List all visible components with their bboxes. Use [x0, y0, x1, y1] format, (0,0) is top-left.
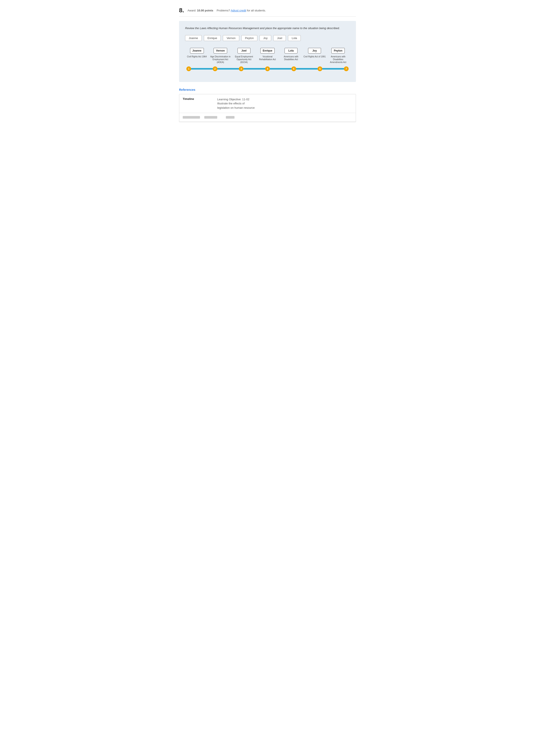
- timeline-item-2: Vernon Age Discrimination in Employment …: [209, 48, 232, 66]
- name-chip-joel[interactable]: Joel: [273, 35, 286, 41]
- blurred-text-3: [226, 116, 235, 119]
- timeline-dot-6: 6: [318, 67, 322, 71]
- timeline-name-joel[interactable]: Joel: [238, 48, 250, 53]
- timeline-items-row: Joanne Civil Rights Act 1964 Vernon Age …: [185, 48, 350, 66]
- references-section: References Timeline Learning Objective: …: [179, 88, 356, 122]
- timeline-name-lola[interactable]: Lola: [285, 48, 297, 53]
- timeline-dot-3: 3: [239, 67, 243, 71]
- for-all-students: for all students.: [247, 9, 266, 12]
- award-value: 10.00 points: [197, 9, 213, 12]
- timeline-name-enrique[interactable]: Enrique: [260, 48, 275, 53]
- timeline-item-1: Joanne Civil Rights Act 1964: [185, 48, 209, 66]
- timeline-law-5: Americans with Disabilities Act: [279, 55, 303, 64]
- award-text: Award: 10.00 points: [187, 9, 213, 12]
- timeline-bar: 1 2 3 4 5 6 7: [185, 67, 350, 71]
- award-label: Award:: [187, 9, 196, 12]
- references-table: Timeline Learning Objective: 11-02 Illus…: [179, 94, 356, 122]
- references-title: References: [179, 88, 356, 92]
- available-names-row: Joanne Enrique Vernon Peyton Joy Joel Lo…: [185, 35, 350, 41]
- timeline-name-peyton[interactable]: Peyton: [331, 48, 345, 53]
- timeline-dot-4: 4: [265, 67, 270, 71]
- references-row-blurred: [179, 113, 356, 122]
- timeline-name-joanne[interactable]: Joanne: [190, 48, 204, 53]
- name-chip-peyton[interactable]: Peyton: [241, 35, 257, 41]
- timeline-item-5: Lola Americans with Disabilities Act: [279, 48, 303, 66]
- question-box: Review the Laws Affecting Human Resource…: [179, 21, 356, 82]
- name-chip-vernon[interactable]: Vernon: [223, 35, 239, 41]
- timeline-dot-7: 7: [344, 67, 349, 71]
- name-chip-joy[interactable]: Joy: [260, 35, 271, 41]
- timeline-law-4: Vocational Rehabilitation Act: [256, 55, 279, 64]
- timeline-law-2: Age Discrimination in Employment Act (AD…: [209, 55, 232, 64]
- timeline-law-1: Civil Rights Act 1964: [186, 55, 207, 64]
- question-number: 8.: [179, 7, 184, 14]
- timeline-law-6: Civil Rights Act of 1991: [303, 55, 326, 64]
- timeline-law-3: Equal Employment Opportunity Act (EEOA): [232, 55, 256, 64]
- timeline-dot-1: 1: [186, 67, 191, 71]
- problems-label: Problems?: [216, 9, 230, 12]
- timeline-law-7: Americans with Disabilities Amendments A…: [326, 55, 350, 64]
- timeline-dots: 1 2 3 4 5 6 7: [186, 67, 349, 71]
- timeline-name-joy[interactable]: Joy: [308, 48, 321, 53]
- question-header: 8. Award: 10.00 points Problems? Adjust …: [179, 4, 356, 16]
- references-value-timeline: Learning Objective: 11-02 Illustrate the…: [214, 94, 258, 113]
- problems-text: Problems? Adjust credit for all students…: [216, 9, 266, 12]
- references-row-timeline: Timeline Learning Objective: 11-02 Illus…: [179, 94, 356, 113]
- timeline-item-3: Joel Equal Employment Opportunity Act (E…: [232, 48, 256, 66]
- timeline-dot-5: 5: [292, 67, 296, 71]
- timeline-item-4: Enrique Vocational Rehabilitation Act: [256, 48, 279, 66]
- blurred-text-1: [183, 116, 200, 119]
- timeline-name-vernon[interactable]: Vernon: [213, 48, 227, 53]
- name-chip-lola[interactable]: Lola: [288, 35, 301, 41]
- name-chip-enrique[interactable]: Enrique: [204, 35, 221, 41]
- question-instructions: Review the Laws Affecting Human Resource…: [185, 26, 350, 30]
- timeline-section: Joanne Civil Rights Act 1964 Vernon Age …: [185, 48, 350, 75]
- name-chip-joanne[interactable]: Joanne: [185, 35, 202, 41]
- references-label-timeline: Timeline: [179, 94, 214, 113]
- blurred-text-2: [204, 116, 217, 119]
- timeline-item-7: Peyton Americans with Disabilities Amend…: [326, 48, 350, 66]
- timeline-dot-2: 2: [213, 67, 217, 71]
- timeline-item-6: Joy Civil Rights Act of 1991: [303, 48, 326, 66]
- adjust-credit-link[interactable]: Adjust credit: [231, 9, 246, 12]
